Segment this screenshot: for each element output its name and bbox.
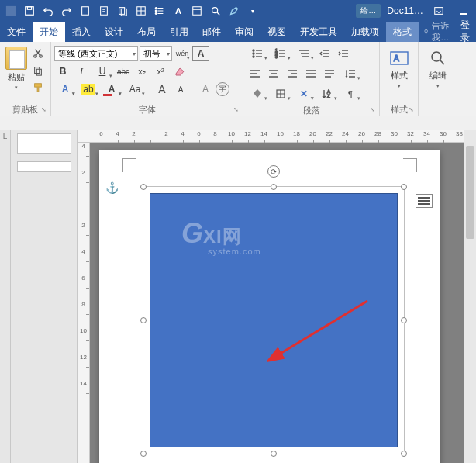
rotate-handle-icon[interactable]: ⟳ — [267, 165, 280, 178]
horizontal-ruler[interactable]: 6422468101214161820222426283032343638 — [78, 130, 476, 143]
strikethrough-button[interactable]: abc — [115, 64, 132, 79]
phonetic-guide-icon[interactable]: wén▾ — [174, 46, 191, 61]
tab-insert[interactable]: 插入 — [65, 22, 98, 42]
page[interactable]: ⚓ ⟳ GXI网 system.com — [99, 150, 440, 463]
tab-format[interactable]: 格式 — [386, 22, 419, 42]
line-spacing-button[interactable]: ▾ — [340, 66, 361, 81]
justify-button[interactable] — [302, 66, 319, 81]
bullets-qat-icon[interactable] — [152, 3, 167, 19]
paste-qat-icon[interactable] — [115, 3, 130, 19]
rectangle-shape[interactable]: GXI网 system.com — [150, 193, 398, 447]
tell-me-search[interactable]: 告诉我… — [419, 22, 453, 42]
ribbon-display-icon[interactable] — [429, 2, 448, 20]
font-color-qat-icon[interactable]: A — [171, 3, 186, 19]
tab-developer[interactable]: 开发工具 — [293, 22, 344, 42]
distribute-button[interactable] — [321, 66, 338, 81]
tab-mailings[interactable]: 邮件 — [195, 22, 228, 42]
font-color-button[interactable]: A▾ — [101, 81, 122, 97]
tab-home[interactable]: 开始 — [33, 22, 65, 42]
clear-formatting-button[interactable]: A — [197, 81, 214, 97]
resize-handle[interactable] — [271, 184, 277, 190]
vertical-scrollbar[interactable] — [464, 130, 476, 463]
minimize-icon[interactable] — [454, 2, 473, 20]
asian-layout-button[interactable]: ✕▾ — [293, 86, 315, 102]
enclosed-char-button[interactable]: 字 — [216, 82, 229, 96]
grow-font-button[interactable]: A — [153, 81, 171, 97]
change-case-button[interactable]: Aa▾ — [124, 81, 146, 97]
save-icon[interactable] — [22, 3, 37, 19]
align-left-button[interactable] — [247, 66, 264, 81]
margin-corner-icon — [122, 158, 136, 172]
resize-handle[interactable] — [401, 184, 407, 190]
resize-handle[interactable] — [140, 451, 147, 457]
increase-indent-button[interactable] — [335, 46, 352, 61]
layout-qat-icon[interactable] — [189, 3, 205, 19]
shape-selection[interactable]: ⟳ GXI网 system.com — [143, 186, 405, 454]
page-thumb[interactable] — [17, 133, 71, 154]
text-effects-button[interactable]: A▾ — [54, 81, 76, 97]
tab-addins[interactable]: 加载项 — [344, 22, 386, 42]
font-size-combo[interactable]: 初号 — [140, 46, 172, 61]
character-border-icon[interactable]: A — [192, 46, 209, 61]
layout-options-icon[interactable] — [416, 194, 433, 208]
tab-design[interactable]: 设计 — [98, 22, 130, 42]
decrease-indent-button[interactable] — [316, 46, 333, 61]
paste-icon[interactable] — [5, 47, 27, 70]
format-painter-icon[interactable] — [30, 81, 46, 95]
anchor-icon[interactable]: ⚓ — [105, 181, 119, 194]
resize-handle[interactable] — [401, 317, 407, 323]
sort-button[interactable]: AZ▾ — [316, 86, 338, 102]
new-icon[interactable] — [78, 3, 93, 19]
tab-view[interactable]: 视图 — [260, 22, 293, 42]
table-qat-icon[interactable] — [133, 3, 149, 19]
thumbnail-pane[interactable] — [11, 130, 78, 463]
copy-icon[interactable] — [30, 64, 46, 78]
italic-button[interactable]: I — [73, 64, 90, 79]
qat-more-icon[interactable]: ▾ — [245, 3, 260, 19]
resize-handle[interactable] — [401, 451, 407, 457]
superscript-button[interactable]: x² — [152, 64, 169, 79]
tab-file[interactable]: 文件 — [0, 22, 33, 42]
login-button[interactable]: 登录 — [453, 22, 476, 42]
styles-button[interactable]: A 样式 ▾ — [383, 43, 415, 89]
borders-button[interactable]: ▾ — [270, 86, 291, 102]
redo-icon[interactable] — [59, 3, 74, 19]
paste-button[interactable]: 粘贴 — [8, 71, 25, 83]
shading-button[interactable]: ▾ — [247, 86, 268, 102]
underline-button[interactable]: U▾ — [91, 64, 113, 79]
highlight-button[interactable]: ab▾ — [78, 81, 99, 97]
paragraph-launcher-icon[interactable]: ⤡ — [370, 106, 378, 114]
undo-icon[interactable] — [40, 3, 56, 19]
eraser-icon[interactable] — [171, 64, 188, 79]
align-right-button[interactable] — [284, 66, 301, 81]
editing-button[interactable]: 编辑 ▾ — [422, 43, 454, 89]
shrink-font-button[interactable]: A — [172, 81, 189, 97]
app-icon[interactable] — [3, 3, 19, 19]
pen-qat-icon[interactable] — [226, 3, 242, 19]
tab-references[interactable]: 引用 — [163, 22, 195, 42]
cut-icon[interactable] — [30, 47, 46, 60]
vertical-ruler[interactable]: 422468101214 — [78, 143, 90, 463]
tab-layout[interactable]: 布局 — [130, 22, 163, 42]
new2-icon[interactable] — [96, 3, 112, 19]
paste-dropdown-icon[interactable]: ▾ — [15, 85, 18, 91]
show-marks-button[interactable]: ¶▾ — [340, 86, 361, 102]
resize-handle[interactable] — [271, 451, 277, 457]
styles-launcher-icon[interactable]: ⤡ — [409, 106, 416, 114]
font-family-value: 等线 (西文正文) — [58, 48, 117, 60]
bullets-button[interactable]: ▾ — [247, 46, 268, 61]
numbering-button[interactable]: 123▾ — [270, 46, 291, 61]
multilevel-button[interactable]: ▾ — [293, 46, 315, 61]
font-launcher-icon[interactable]: ⤡ — [233, 106, 241, 114]
bold-button[interactable]: B — [54, 64, 71, 79]
resize-handle[interactable] — [140, 317, 147, 323]
tab-review[interactable]: 审阅 — [228, 22, 260, 42]
scroll-thumb[interactable] — [466, 146, 474, 239]
resize-handle[interactable] — [140, 184, 147, 190]
font-family-combo[interactable]: 等线 (西文正文) — [54, 46, 138, 61]
subscript-button[interactable]: x₂ — [133, 64, 150, 79]
clipboard-launcher-icon[interactable]: ⤡ — [41, 106, 49, 114]
align-center-button[interactable] — [265, 66, 282, 81]
page-thumb[interactable] — [17, 161, 71, 172]
find-qat-icon[interactable] — [208, 3, 223, 19]
